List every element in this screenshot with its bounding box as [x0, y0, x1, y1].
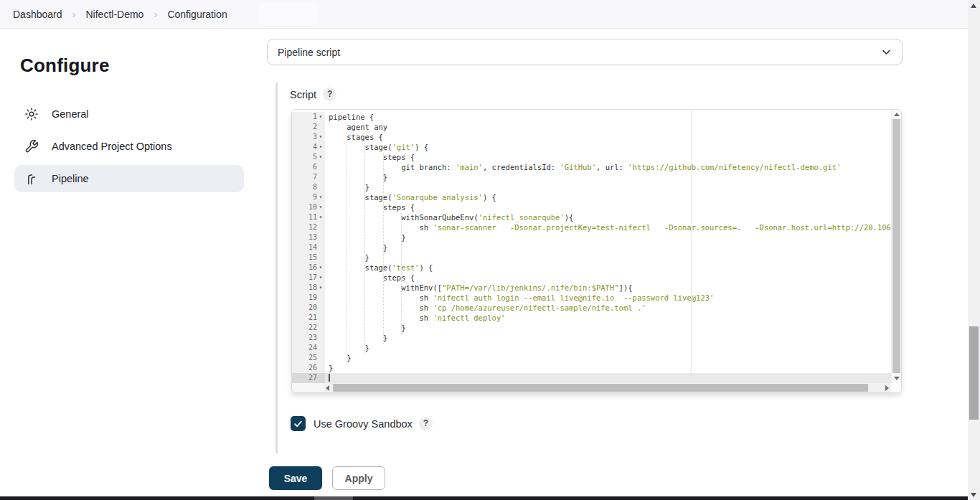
browser-scroll-thumb[interactable] — [969, 326, 979, 420]
code-line[interactable]: 24 } — [292, 343, 891, 353]
scroll-down-arrow-icon[interactable] — [971, 493, 976, 497]
code-line[interactable]: 9▾ stage('Sonarqube analysis') { — [292, 192, 891, 202]
save-button[interactable]: Save — [269, 466, 322, 490]
sidebar-item-label: General — [52, 108, 89, 120]
fold-caret-icon[interactable]: ▾ — [317, 192, 324, 202]
breadcrumb-separator-icon: › — [154, 8, 157, 20]
code-text[interactable]: } — [325, 363, 891, 373]
code-line[interactable]: 25 } — [292, 353, 891, 363]
breadcrumb-item[interactable]: Dashboard — [13, 9, 62, 20]
code-line[interactable]: 10▾ steps { — [292, 202, 891, 212]
fold-caret-placeholder — [317, 162, 324, 172]
code-text[interactable]: pipeline { — [325, 112, 891, 122]
scroll-down-arrow-icon[interactable] — [894, 377, 900, 380]
fold-caret-icon[interactable]: ▾ — [317, 263, 324, 273]
script-help-button[interactable]: ? — [323, 88, 336, 101]
breadcrumb-item[interactable]: Nifectl-Demo — [86, 9, 144, 20]
pipeline-script-editor[interactable]: 1▾pipeline {2 agent any3▾ stages {4▾ sta… — [291, 109, 902, 393]
code-text[interactable]: withSonarQubeEnv('nifectl_sonarqube'){ — [325, 212, 891, 222]
code-line[interactable]: 22 } — [292, 323, 891, 333]
code-text[interactable]: stage('Sonarqube analysis') { — [325, 192, 891, 202]
code-line[interactable]: 5▾ steps { — [292, 152, 891, 162]
fold-caret-icon[interactable]: ▾ — [317, 283, 324, 293]
editor-vertical-scrollbar[interactable] — [891, 110, 901, 383]
code-line[interactable]: 6 git branch: 'main', credentialsId: 'Gi… — [292, 162, 891, 172]
definition-select[interactable]: Pipeline script — [267, 39, 903, 65]
code-text[interactable]: stages { — [325, 132, 891, 142]
code-line[interactable]: 21 sh 'nifectl deploy' — [292, 313, 891, 323]
code-text[interactable]: steps { — [325, 152, 891, 162]
code-line[interactable]: 16▾ stage('test') { — [292, 263, 891, 273]
code-text[interactable]: withEnv(["PATH=/var/lib/jenkins/.nife/bi… — [325, 283, 891, 293]
code-text[interactable]: stage('test') { — [325, 263, 891, 273]
code-line[interactable]: 4▾ stage('git') { — [292, 142, 891, 152]
code-text[interactable]: } — [325, 353, 891, 363]
code-line[interactable]: 20 sh 'cp /home/azureuser/nifectl-sample… — [292, 303, 891, 313]
fold-caret-icon[interactable]: ▾ — [317, 273, 324, 283]
code-line[interactable]: 27 — [292, 373, 891, 383]
code-text[interactable]: agent any — [325, 122, 891, 132]
code-line[interactable]: 11▾ withSonarQubeEnv('nifectl_sonarqube'… — [292, 212, 891, 222]
scroll-left-arrow-icon[interactable] — [326, 385, 329, 391]
code-line[interactable]: 26} — [292, 363, 891, 373]
code-text[interactable]: stage('git') { — [325, 142, 891, 152]
code-line[interactable]: 17▾ steps { — [292, 273, 891, 283]
code-text[interactable]: } — [325, 242, 891, 253]
check-icon — [293, 419, 303, 428]
definition-select-value: Pipeline script — [278, 47, 340, 58]
fold-caret-placeholder — [317, 242, 324, 253]
code-text[interactable]: sh 'sonar-scanner -Dsonar.projectKey=tes… — [325, 222, 891, 232]
code-text[interactable]: } — [325, 182, 891, 192]
fold-caret-icon[interactable]: ▾ — [317, 142, 324, 152]
code-text[interactable]: steps { — [325, 273, 891, 283]
code-line[interactable]: 8 } — [292, 182, 891, 192]
code-line[interactable]: 14 } — [292, 242, 891, 253]
code-line[interactable]: 13 } — [292, 232, 891, 242]
code-line[interactable]: 18▾ withEnv(["PATH=/var/lib/jenkins/.nif… — [292, 283, 891, 293]
code-text[interactable]: sh 'nifectl deploy' — [325, 313, 891, 323]
configure-menu: GeneralAdvanced Project OptionsPipeline — [14, 100, 244, 197]
apply-button[interactable]: Apply — [332, 466, 385, 490]
vertical-scroll-thumb[interactable] — [892, 119, 900, 373]
code-line[interactable]: 2 agent any — [292, 122, 891, 132]
code-text[interactable]: } — [325, 253, 891, 263]
code-line[interactable]: 23 } — [292, 333, 891, 343]
taskbar-segment — [314, 496, 353, 500]
code-text[interactable]: } — [325, 323, 891, 333]
code-text[interactable]: steps { — [325, 202, 891, 212]
fold-caret-icon[interactable]: ▾ — [317, 132, 324, 142]
line-number: 13 — [292, 232, 325, 242]
code-lines[interactable]: 1▾pipeline {2 agent any3▾ stages {4▾ sta… — [292, 110, 891, 383]
code-line[interactable]: 7 } — [292, 172, 891, 182]
scroll-right-arrow-icon[interactable] — [885, 385, 889, 391]
sidebar-item-general[interactable]: General — [14, 100, 244, 128]
code-text[interactable]: sh 'nifectl auth login --email live@nife… — [325, 293, 891, 303]
code-text[interactable]: sh 'cp /home/azureuser/nifectl-sample/ni… — [325, 303, 891, 313]
code-text[interactable] — [325, 373, 891, 383]
code-line[interactable]: 12 sh 'sonar-scanner -Dsonar.projectKey=… — [292, 222, 891, 232]
groovy-sandbox-checkbox[interactable] — [291, 416, 306, 431]
code-line[interactable]: 19 sh 'nifectl auth login --email live@n… — [292, 293, 891, 303]
code-text[interactable]: } — [325, 232, 891, 242]
scroll-up-arrow-icon[interactable] — [971, 4, 976, 8]
browser-scrollbar[interactable] — [968, 0, 980, 500]
code-text[interactable]: } — [325, 343, 891, 353]
horizontal-scroll-thumb[interactable] — [333, 384, 868, 392]
code-text[interactable]: git branch: 'main', credentialsId: 'GitH… — [325, 162, 891, 172]
code-line[interactable]: 1▾pipeline { — [292, 112, 891, 122]
code-text[interactable]: } — [325, 172, 891, 182]
code-line[interactable]: 3▾ stages { — [292, 132, 891, 142]
sidebar-item-advanced-project-options[interactable]: Advanced Project Options — [14, 133, 244, 160]
editor-horizontal-scrollbar[interactable] — [324, 383, 891, 392]
fold-caret-icon[interactable]: ▾ — [317, 112, 324, 122]
scroll-up-arrow-icon[interactable] — [894, 113, 900, 116]
fold-caret-icon[interactable]: ▾ — [317, 202, 324, 212]
code-line[interactable]: 15 } — [292, 253, 891, 263]
sidebar-item-pipeline[interactable]: Pipeline — [14, 165, 244, 192]
code-text[interactable]: } — [325, 333, 891, 343]
breadcrumb-item[interactable]: Configuration — [167, 9, 227, 20]
fold-caret-placeholder — [317, 253, 324, 263]
fold-caret-icon[interactable]: ▾ — [317, 152, 324, 162]
fold-caret-icon[interactable]: ▾ — [317, 212, 324, 222]
sandbox-help-button[interactable]: ? — [419, 417, 433, 430]
